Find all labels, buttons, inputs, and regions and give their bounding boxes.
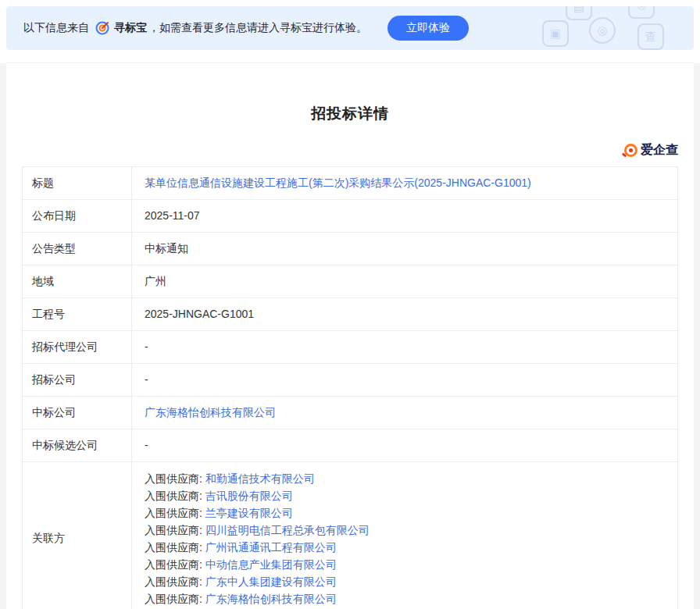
row-label: 招标公司 bbox=[23, 364, 132, 396]
row-value: 2025-JHNGAC-G1001 bbox=[132, 298, 677, 330]
watermark-icon: ® bbox=[628, 6, 655, 19]
aiqicha-logo: 爱企查 bbox=[22, 141, 678, 158]
watermark-icon: ◎ bbox=[589, 17, 616, 44]
banner-text: 以下信息来自 寻标宝 ，如需查看更多信息请进入寻标宝进行体验。 bbox=[23, 21, 367, 35]
try-now-button[interactable]: 立即体验 bbox=[388, 16, 469, 41]
company-link[interactable]: 中动信息产业集团有限公司 bbox=[205, 558, 337, 571]
row-label: 中标候选公司 bbox=[23, 429, 132, 461]
banner-brand-name: 寻标宝 bbox=[114, 21, 147, 35]
xunbiaobao-banner: 以下信息来自 寻标宝 ，如需查看更多信息请进入寻标宝进行体验。 立即体验 ▣ ◎… bbox=[6, 6, 694, 50]
company-link[interactable]: 吉讯股份有限公司 bbox=[205, 490, 293, 502]
supplier-prefix: 入围供应商: bbox=[145, 507, 205, 519]
supplier-line: 入围供应商: 四川益明电信工程总承包有限公司 bbox=[145, 522, 665, 539]
table-row: 公告类型中标通知 bbox=[22, 233, 678, 265]
row-label: 公告类型 bbox=[23, 233, 132, 265]
row-label: 招标代理公司 bbox=[23, 331, 132, 363]
table-row: 工程号2025-JHNGAC-G1001 bbox=[22, 298, 678, 331]
supplier-prefix: 入围供应商: bbox=[145, 541, 205, 554]
value-text: 2025-JHNGAC-G1001 bbox=[145, 307, 254, 322]
row-value: - bbox=[132, 429, 677, 461]
supplier-prefix: 入围供应商: bbox=[145, 490, 205, 502]
top-area: 以下信息来自 寻标宝 ，如需查看更多信息请进入寻标宝进行体验。 立即体验 ▣ ◎… bbox=[0, 0, 700, 63]
company-link[interactable]: 和勤通信技术有限公司 bbox=[205, 472, 315, 485]
page-title: 招投标详情 bbox=[22, 63, 678, 124]
row-value: 2025-11-07 bbox=[132, 200, 677, 232]
supplier-line: 入围供应商: 和勤通信技术有限公司 bbox=[145, 470, 665, 487]
aiqicha-magnifier-icon bbox=[624, 144, 638, 157]
table-row: 招标公司- bbox=[22, 364, 678, 397]
table-row: 标题某单位信息通信设施建设工程施工(第二次)采购结果公示(2025-JHNGAC… bbox=[22, 167, 678, 200]
supplier-line: 入围供应商: 广东中人集团建设有限公司 bbox=[145, 573, 665, 590]
row-label: 关联方 bbox=[23, 462, 132, 609]
row-label: 工程号 bbox=[23, 298, 132, 330]
table-row: 中标公司广东海格怡创科技有限公司 bbox=[22, 397, 678, 429]
supplier-prefix: 入围供应商: bbox=[145, 558, 205, 571]
row-value: 入围供应商: 和勤通信技术有限公司入围供应商: 吉讯股份有限公司入围供应商: 兰… bbox=[132, 462, 677, 609]
table-row: 招标代理公司- bbox=[22, 331, 678, 364]
table-row: 中标候选公司- bbox=[22, 429, 678, 462]
watermark-icon: 查 bbox=[638, 23, 664, 50]
row-label: 中标公司 bbox=[23, 397, 132, 429]
value-text: - bbox=[145, 340, 148, 354]
supplier-line: 入围供应商: 吉讯股份有限公司 bbox=[145, 487, 665, 504]
company-link[interactable]: 四川益明电信工程总承包有限公司 bbox=[205, 524, 370, 536]
row-value: - bbox=[132, 331, 677, 363]
title-link[interactable]: 某单位信息通信设施建设工程施工(第二次)采购结果公示(2025-JHNGAC-G… bbox=[145, 176, 531, 191]
value-text: - bbox=[145, 372, 148, 387]
watermark-icon: ▤ bbox=[566, 6, 592, 20]
supplier-prefix: 入围供应商: bbox=[145, 472, 205, 485]
company-link[interactable]: 广州讯通通讯工程有限公司 bbox=[205, 541, 337, 554]
winner-link[interactable]: 广东海格怡创科技有限公司 bbox=[145, 405, 276, 420]
table-row: 公布日期2025-11-07 bbox=[22, 200, 678, 233]
value-text: 2025-11-07 bbox=[145, 208, 200, 223]
value-text: 中标通知 bbox=[145, 241, 188, 256]
row-label: 公布日期 bbox=[23, 200, 132, 232]
detail-table: 标题某单位信息通信设施建设工程施工(第二次)采购结果公示(2025-JHNGAC… bbox=[22, 166, 678, 609]
row-value: 某单位信息通信设施建设工程施工(第二次)采购结果公示(2025-JHNGAC-G… bbox=[132, 167, 677, 199]
company-link[interactable]: 兰亭建设有限公司 bbox=[205, 507, 293, 519]
row-value: - bbox=[132, 364, 677, 396]
supplier-line: 入围供应商: 广州讯通通讯工程有限公司 bbox=[145, 539, 665, 556]
watermark-icon: ▣ bbox=[542, 20, 569, 47]
supplier-prefix: 入围供应商: bbox=[145, 593, 205, 605]
company-link[interactable]: 广东海格怡创科技有限公司 bbox=[205, 593, 337, 605]
row-label: 标题 bbox=[23, 167, 132, 199]
company-link[interactable]: 广东中人集团建设有限公司 bbox=[205, 575, 337, 588]
supplier-line: 入围供应商: 广东海格怡创科技有限公司 bbox=[145, 590, 665, 607]
banner-watermarks: ▣ ◎ 查 ▤ ® bbox=[506, 6, 686, 50]
banner-suffix: ，如需查看更多信息请进入寻标宝进行体验。 bbox=[148, 21, 367, 35]
table-row: 关联方入围供应商: 和勤通信技术有限公司入围供应商: 吉讯股份有限公司入围供应商… bbox=[22, 462, 678, 609]
xunbiaobao-target-icon bbox=[95, 21, 109, 35]
supplier-line: 入围供应商: 中动信息产业集团有限公司 bbox=[145, 556, 665, 573]
row-label: 地域 bbox=[23, 265, 132, 297]
row-value: 广州 bbox=[132, 265, 677, 297]
supplier-prefix: 入围供应商: bbox=[145, 575, 205, 588]
row-value: 中标通知 bbox=[132, 233, 677, 265]
detail-card: 招投标详情 爱企查 标题某单位信息通信设施建设工程施工(第二次)采购结果公示(2… bbox=[6, 63, 694, 609]
supplier-prefix: 入围供应商: bbox=[145, 524, 205, 536]
aiqicha-logo-text: 爱企查 bbox=[641, 142, 678, 158]
table-row: 地域广州 bbox=[22, 265, 678, 298]
banner-prefix: 以下信息来自 bbox=[23, 21, 89, 35]
supplier-line: 入围供应商: 兰亭建设有限公司 bbox=[145, 504, 665, 522]
value-text: - bbox=[145, 438, 148, 453]
value-text: 广州 bbox=[145, 274, 166, 289]
row-value: 广东海格怡创科技有限公司 bbox=[132, 397, 677, 429]
